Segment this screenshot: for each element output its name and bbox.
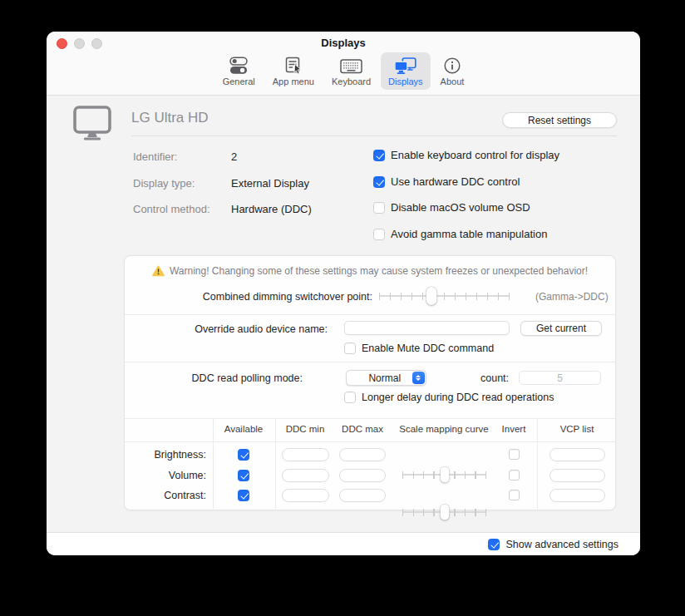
show-advanced-settings-label: Show advanced settings — [505, 539, 618, 550]
enable-mute-ddc-label: Enable Mute DDC command — [362, 342, 494, 354]
enable-keyboard-control-checkbox[interactable] — [373, 150, 385, 161]
selected-polling-mode: Normal — [347, 372, 412, 384]
slider-thumb[interactable] — [440, 505, 449, 520]
slider-thumb[interactable] — [426, 287, 436, 305]
show-advanced-settings-checkbox[interactable] — [488, 539, 500, 550]
volume-curve-slider[interactable] — [402, 504, 486, 520]
disable-osd-label: Disable macOS volume OSD — [391, 201, 530, 214]
ddc-polling-mode-select[interactable]: Normal — [346, 370, 426, 386]
tab-app-menu[interactable]: App menu — [265, 52, 322, 90]
control-method-value: Hardware (DDC) — [231, 203, 312, 215]
override-audio-label: Override audio device name: — [125, 323, 328, 335]
monitor-icon — [73, 106, 111, 145]
toggles-icon — [229, 56, 248, 76]
tab-displays[interactable]: Displays — [381, 52, 431, 90]
volume-ddc-max-input[interactable] — [339, 469, 386, 482]
contrast-ddc-max-input[interactable] — [339, 489, 386, 502]
table-header-divider — [125, 441, 615, 442]
enable-mute-ddc-checkbox[interactable] — [344, 342, 356, 354]
contrast-available-checkbox[interactable] — [238, 490, 249, 501]
brightness-ddc-max-input[interactable] — [339, 448, 386, 461]
longer-delay-label: Longer delay during DDC read operations — [362, 392, 554, 403]
get-current-button[interactable]: Get current — [520, 321, 602, 336]
reset-settings-button[interactable]: Reset settings — [502, 112, 617, 128]
col-curve-header: Scale mapping curve — [394, 424, 494, 434]
brightness-invert-checkbox[interactable] — [509, 449, 520, 460]
volume-row-label: Volume: — [125, 470, 206, 481]
info-icon — [443, 56, 461, 76]
header-divider — [131, 136, 617, 136]
avoid-gamma-checkbox[interactable] — [373, 229, 385, 240]
audio-device-name-input[interactable] — [344, 321, 510, 335]
window-chrome: Displays General — [47, 32, 640, 96]
tab-keyboard-label: Keyboard — [332, 76, 371, 86]
volume-invert-checkbox[interactable] — [509, 470, 520, 480]
identifier-value: 2 — [231, 150, 237, 163]
contrast-ddc-min-input[interactable] — [282, 489, 329, 502]
contrast-vcp-input[interactable] — [549, 489, 605, 502]
count-label: count: — [480, 372, 509, 384]
section-divider — [125, 418, 615, 419]
ddc-polling-mode-label: DDC read polling mode: — [125, 372, 303, 384]
displays-preferences-window: Displays General — [47, 32, 640, 555]
enable-keyboard-control-label: Enable keyboard control for display — [391, 149, 559, 161]
col-ddc-max-header: DDC max — [333, 424, 392, 434]
contrast-invert-checkbox[interactable] — [509, 490, 520, 500]
display-type-value: External Display — [231, 177, 309, 190]
column-divider — [275, 418, 276, 511]
brightness-vcp-input[interactable] — [549, 448, 605, 461]
contrast-row-label: Contrast: — [125, 490, 206, 501]
col-available-header: Available — [214, 424, 273, 434]
warning-icon — [152, 265, 165, 277]
keyboard-icon — [340, 56, 362, 76]
column-divider — [537, 418, 538, 511]
col-invert-header: Invert — [489, 424, 539, 434]
disable-osd-checkbox[interactable] — [373, 202, 385, 214]
displays-pane: LG Ultra HD Reset settings Identifier: 2… — [47, 96, 640, 532]
volume-available-checkbox[interactable] — [238, 470, 249, 481]
brightness-row-label: Brightness: — [125, 449, 206, 461]
volume-vcp-input[interactable] — [549, 469, 605, 482]
displays-icon — [394, 56, 416, 76]
longer-delay-checkbox[interactable] — [344, 392, 356, 403]
tab-displays-label: Displays — [388, 76, 423, 86]
dimming-suffix: (Gamma->DDC) — [535, 291, 609, 303]
section-divider — [125, 362, 615, 362]
window-title: Displays — [47, 37, 640, 49]
toolbar: General App menu — [47, 52, 640, 90]
column-divider — [213, 418, 214, 511]
tab-general-label: General — [223, 76, 255, 86]
section-divider — [125, 314, 615, 315]
col-vcp-header: VCP list — [548, 424, 606, 434]
brightness-curve-slider[interactable] — [402, 466, 486, 483]
use-hardware-ddc-label: Use hardware DDC control — [391, 175, 520, 188]
tab-about[interactable]: About — [433, 52, 472, 90]
tab-about-label: About — [441, 76, 465, 86]
identifier-label: Identifier: — [133, 150, 177, 163]
avoid-gamma-label: Avoid gamma table manipulation — [391, 228, 547, 240]
dimming-switchover-label: Combined dimming switchover point: — [125, 291, 372, 303]
use-hardware-ddc-checkbox[interactable] — [373, 176, 385, 188]
footer-bar: Show advanced settings — [47, 532, 640, 555]
warning-text: Warning! Changing some of these settings… — [170, 265, 588, 277]
display-name: LG Ultra HD — [131, 110, 209, 126]
advanced-settings-panel: Warning! Changing some of these settings… — [124, 255, 616, 510]
tab-keyboard[interactable]: Keyboard — [324, 52, 378, 90]
slider-thumb[interactable] — [440, 467, 449, 483]
dimming-switchover-slider[interactable] — [379, 286, 510, 306]
volume-ddc-min-input[interactable] — [282, 469, 329, 482]
tab-app-menu-label: App menu — [273, 76, 314, 86]
col-ddc-min-header: DDC min — [276, 424, 334, 434]
document-cursor-icon — [284, 56, 303, 76]
polling-count-input[interactable] — [519, 371, 601, 385]
brightness-available-checkbox[interactable] — [238, 449, 249, 461]
control-method-label: Control method: — [133, 203, 210, 215]
brightness-ddc-min-input[interactable] — [282, 448, 329, 461]
tab-general[interactable]: General — [215, 52, 263, 90]
chevron-up-down-icon — [412, 372, 425, 384]
display-type-label: Display type: — [133, 177, 195, 190]
